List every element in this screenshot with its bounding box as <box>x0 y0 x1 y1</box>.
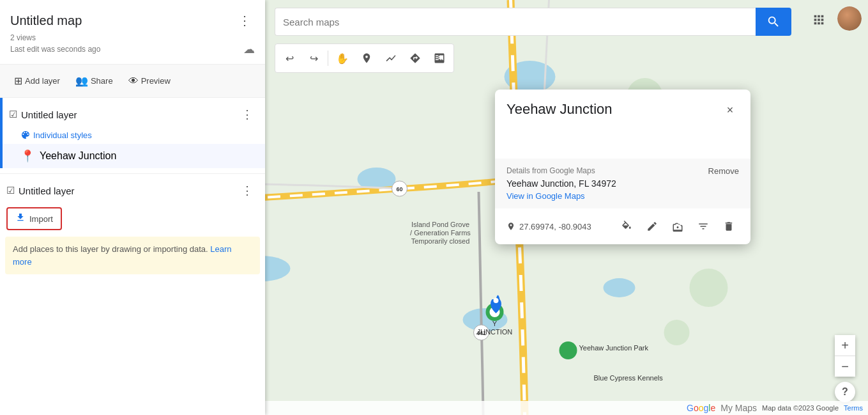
import-label: Import <box>29 214 53 224</box>
photo-button[interactable] <box>667 216 688 237</box>
layer-1-style-label: Individual styles <box>33 130 92 140</box>
preview-button[interactable]: 👁 Preview <box>122 72 177 91</box>
map-more-button[interactable]: ⋮ <box>234 10 255 31</box>
layer-1: ☑ Untitled layer ⋮ Individual styles 📍 Y… <box>0 98 265 168</box>
undo-button[interactable]: ↩ <box>278 47 301 70</box>
zoom-controls: + − <box>835 335 855 377</box>
copyright-text: Map data ©2023 Google <box>762 404 839 412</box>
apps-icon[interactable] <box>807 8 831 32</box>
svg-point-29 <box>560 341 577 359</box>
svg-text:Temporarily closed: Temporarily closed <box>411 237 470 245</box>
filter-button[interactable] <box>693 216 713 237</box>
cloud-icon: ☁ <box>243 42 255 56</box>
search-button[interactable] <box>756 8 791 36</box>
import-button[interactable]: Import <box>6 207 62 230</box>
draw-line-button[interactable] <box>379 47 402 70</box>
svg-text:60: 60 <box>396 186 402 192</box>
popup-title: Yeehaw Junction <box>506 101 613 118</box>
info-text: Add places to this layer by drawing or i… <box>13 244 208 254</box>
last-edit: Last edit was seconds ago <box>10 45 100 54</box>
action-bar: ⊞ Add layer 👥 Share 👁 Preview <box>0 65 265 98</box>
remove-link[interactable]: Remove <box>708 166 739 176</box>
zoom-in-button[interactable]: + <box>835 335 855 356</box>
sidebar: Untitled map ⋮ 2 views Last edit was sec… <box>0 0 265 415</box>
import-area: Import <box>6 207 259 230</box>
info-box: Add places to this layer by drawing or i… <box>5 237 260 274</box>
popup-header: Yeehaw Junction × <box>495 90 750 127</box>
search-input[interactable] <box>275 8 756 36</box>
svg-point-14 <box>690 269 728 307</box>
paint-bucket-button[interactable] <box>616 216 637 237</box>
svg-point-5 <box>604 278 636 297</box>
user-avatar[interactable] <box>837 6 862 31</box>
google-logo: Google <box>687 403 715 413</box>
terms-link[interactable]: Terms <box>844 404 863 412</box>
layer-1-more-button[interactable]: ⋮ <box>237 104 257 125</box>
add-layer-button[interactable]: ⊞ Add layer <box>8 71 66 91</box>
coords-actions <box>616 216 739 237</box>
svg-point-15 <box>664 320 690 345</box>
hand-tool-button[interactable]: ✋ <box>331 47 354 70</box>
pin-icon: 📍 <box>20 149 34 163</box>
delete-button[interactable] <box>719 216 739 237</box>
svg-point-31 <box>494 298 499 303</box>
svg-text:Blue Cypress Kennels: Blue Cypress Kennels <box>594 374 664 382</box>
layer-2-name: Untitled layer <box>19 185 75 196</box>
layer-1-header: ☑ Untitled layer ⋮ <box>3 98 265 129</box>
preview-icon: 👁 <box>128 75 139 87</box>
share-icon: 👥 <box>75 75 88 87</box>
details-from-label: Details from Google Maps <box>506 166 595 175</box>
layers-icon: ⊞ <box>14 75 22 87</box>
layer-1-item-label: Yeehaw Junction <box>40 150 116 162</box>
svg-text:JUNCTION: JUNCTION <box>477 328 513 336</box>
layer-1-style[interactable]: Individual styles <box>3 129 265 144</box>
popup-image-area <box>495 127 750 159</box>
sidebar-header: Untitled map ⋮ 2 views Last edit was sec… <box>0 0 265 65</box>
add-marker-button[interactable] <box>355 47 378 70</box>
popup-close-button[interactable]: × <box>721 101 739 119</box>
layer-2-more-button[interactable]: ⋮ <box>237 180 257 201</box>
directions-button[interactable] <box>404 47 427 70</box>
share-button[interactable]: 👥 Share <box>69 71 119 91</box>
my-maps-label: My Maps <box>720 403 757 413</box>
layer-1-item-yeehaw[interactable]: 📍 Yeehaw Junction <box>3 144 265 168</box>
import-icon <box>15 212 26 225</box>
popup-details: Details from Google Maps Remove Yeehaw J… <box>495 159 750 208</box>
layer-1-checkbox[interactable]: ☑ <box>9 109 17 120</box>
map-views: 2 views <box>10 33 255 42</box>
search-bar <box>275 8 791 36</box>
edit-button[interactable] <box>642 216 662 237</box>
view-in-maps-link[interactable]: View in Google Maps <box>506 191 739 201</box>
map-title: Untitled map <box>10 13 82 28</box>
svg-text:/ Generation Farms: / Generation Farms <box>410 229 471 237</box>
zoom-out-button[interactable]: − <box>835 356 855 377</box>
coords-text: 27.69974, -80.9043 <box>519 222 591 231</box>
map-toolbar: ↩ ↪ ✋ <box>275 43 454 73</box>
redo-button[interactable]: ↪ <box>302 47 325 70</box>
help-button[interactable]: ? <box>835 382 855 402</box>
layer-2-checkbox[interactable]: ☑ <box>6 185 15 196</box>
popup-coords: 27.69974, -80.9043 <box>495 208 750 244</box>
coords-pin-icon <box>506 222 515 231</box>
details-address: Yeehaw Junction, FL 34972 <box>506 178 739 189</box>
svg-text:Yeehaw Junction Park: Yeehaw Junction Park <box>579 344 649 352</box>
measure-button[interactable] <box>428 47 451 70</box>
layer-1-name: Untitled layer <box>21 109 77 120</box>
svg-text:Island Pond Grove: Island Pond Grove <box>411 221 469 228</box>
layer-2: ☑ Untitled layer ⋮ Import Add places to … <box>0 173 265 274</box>
style-icon <box>20 130 31 140</box>
place-popup: Yeehaw Junction × Details from Google Ma… <box>495 90 750 244</box>
layer-2-header: ☑ Untitled layer ⋮ <box>0 174 265 205</box>
